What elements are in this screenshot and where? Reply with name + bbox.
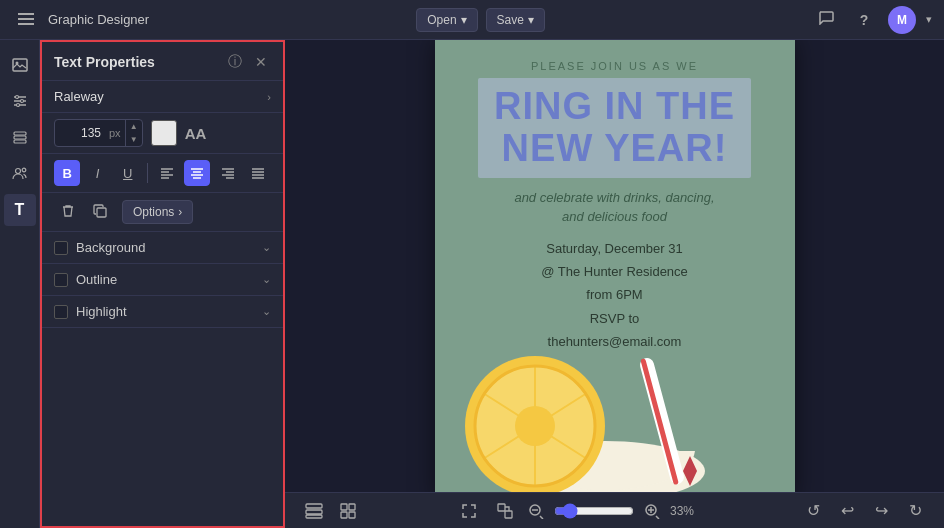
color-swatch[interactable]	[151, 120, 177, 146]
font-row[interactable]: Raleway ›	[42, 81, 283, 113]
sidebar-item-layers[interactable]	[4, 122, 36, 154]
zoom-out-button[interactable]	[528, 503, 544, 519]
chevron-right-icon: ›	[178, 205, 182, 219]
align-left-icon	[160, 167, 174, 179]
text-properties-panel: Text Properties ⓘ ✕ Raleway › px ▲	[40, 40, 285, 528]
sidebar-item-users[interactable]	[4, 158, 36, 190]
bottom-left	[301, 498, 361, 524]
highlight-section[interactable]: Highlight ⌄	[42, 296, 283, 328]
hamburger-icon	[18, 12, 34, 28]
app-title: Graphic Designer	[48, 12, 149, 27]
zoom-slider[interactable]	[554, 503, 634, 519]
highlight-checkbox[interactable]	[54, 305, 68, 319]
svg-line-59	[656, 516, 659, 519]
align-right-button[interactable]	[214, 160, 240, 186]
background-section[interactable]: Background ⌄	[42, 232, 283, 264]
svg-rect-44	[306, 504, 322, 508]
grid-button[interactable]	[335, 498, 361, 524]
delete-button[interactable]	[54, 199, 82, 225]
italic-button[interactable]: I	[84, 160, 110, 186]
background-label: Background	[76, 240, 254, 255]
avatar[interactable]: M	[888, 6, 916, 34]
sidebar-item-text[interactable]: T	[4, 194, 36, 226]
svg-point-15	[22, 168, 26, 172]
sidebar-item-image[interactable]	[4, 50, 36, 82]
options-button[interactable]: Options ›	[122, 200, 193, 224]
undo-alt-button[interactable]: ↺	[800, 498, 826, 524]
size-down-button[interactable]: ▼	[126, 133, 142, 146]
layers-bottom-icon	[305, 503, 323, 519]
redo-button[interactable]: ↪	[868, 498, 894, 524]
italic-icon: I	[96, 166, 100, 181]
redo-icon: ↪	[875, 501, 888, 520]
grid-icon	[340, 503, 356, 519]
resize-icon	[497, 503, 513, 519]
resize-button[interactable]	[492, 498, 518, 524]
svg-line-55	[540, 516, 543, 519]
undo-icon: ↩	[841, 501, 854, 520]
card-title-line2: NEW YEAR!	[502, 127, 728, 169]
font-name[interactable]: Raleway	[54, 89, 104, 104]
svg-rect-50	[349, 512, 355, 518]
svg-rect-1	[18, 18, 34, 20]
align-left-button[interactable]	[154, 160, 180, 186]
background-checkbox[interactable]	[54, 241, 68, 255]
svg-point-14	[15, 168, 20, 173]
info-icon: ⓘ	[228, 53, 242, 71]
outline-section[interactable]: Outline ⌄	[42, 264, 283, 296]
panel-header: Text Properties ⓘ ✕	[42, 42, 283, 81]
canvas-card[interactable]: PLEASE JOIN US AS WE RING IN THE NEW YEA…	[435, 40, 795, 492]
align-center-button[interactable]	[184, 160, 210, 186]
size-up-button[interactable]: ▲	[126, 120, 142, 133]
card-title-box[interactable]: RING IN THE NEW YEAR!	[478, 78, 751, 178]
save-button[interactable]: Save ▾	[486, 8, 545, 32]
chat-button[interactable]	[812, 6, 840, 34]
panel-header-icons: ⓘ ✕	[225, 52, 271, 72]
svg-rect-47	[341, 504, 347, 510]
svg-point-10	[16, 103, 19, 106]
svg-rect-45	[306, 510, 322, 514]
highlight-label: Highlight	[76, 304, 254, 319]
sidebar-item-sliders[interactable]	[4, 86, 36, 118]
image-icon	[12, 58, 28, 75]
text-icon: T	[15, 201, 25, 219]
svg-rect-13	[14, 140, 26, 143]
card-subtitle: PLEASE JOIN US AS WE	[531, 60, 698, 72]
info-button[interactable]: ⓘ	[225, 52, 245, 72]
card-illustration	[435, 296, 795, 492]
duplicate-button[interactable]	[86, 199, 114, 225]
close-button[interactable]: ✕	[251, 52, 271, 72]
help-icon: ?	[860, 12, 869, 28]
font-chevron-icon: ›	[267, 91, 271, 103]
underline-button[interactable]: U	[115, 160, 141, 186]
zoom-in-button[interactable]	[644, 503, 660, 519]
help-button[interactable]: ?	[850, 6, 878, 34]
underline-icon: U	[123, 166, 132, 181]
svg-rect-12	[14, 136, 26, 139]
chevron-down-icon: ▾	[461, 13, 467, 27]
outline-checkbox[interactable]	[54, 273, 68, 287]
chevron-down-icon: ▾	[528, 13, 534, 27]
align-justify-button[interactable]	[245, 160, 271, 186]
font-size-input[interactable]	[55, 126, 105, 140]
bold-button[interactable]: B	[54, 160, 80, 186]
topbar-left: Graphic Designer	[12, 6, 149, 34]
undo-button[interactable]: ↩	[834, 498, 860, 524]
close-icon: ✕	[255, 54, 267, 70]
open-button[interactable]: Open ▾	[416, 8, 477, 32]
duplicate-icon	[93, 204, 107, 221]
redo-alt-button[interactable]: ↻	[902, 498, 928, 524]
outline-chevron-icon: ⌄	[262, 273, 271, 286]
bottom-center: 33%	[456, 498, 705, 524]
canvas-wrap[interactable]: PLEASE JOIN US AS WE RING IN THE NEW YEA…	[285, 40, 944, 492]
aa-button[interactable]: AA	[185, 125, 207, 142]
fit-button[interactable]	[456, 498, 482, 524]
topbar-right: ? M ▾	[812, 6, 932, 34]
bottom-bar: 33% ↺ ↩ ↪ ↻	[285, 492, 944, 528]
menu-button[interactable]	[12, 6, 40, 34]
zoom-in-icon	[644, 503, 660, 519]
highlight-chevron-icon: ⌄	[262, 305, 271, 318]
layers-bottom-button[interactable]	[301, 498, 327, 524]
svg-rect-11	[14, 132, 26, 135]
trash-icon	[61, 203, 75, 221]
